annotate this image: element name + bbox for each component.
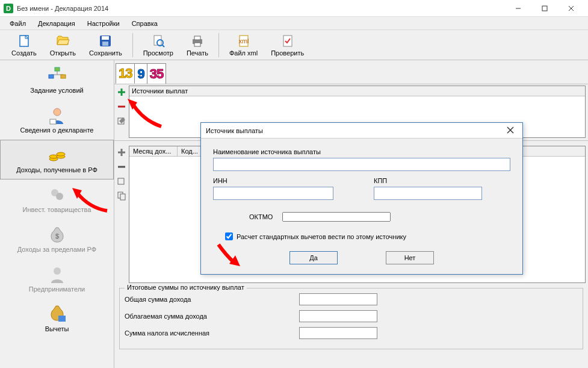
months-mini-toolbar	[114, 141, 129, 285]
dialog-yes-button[interactable]: Да	[289, 251, 338, 264]
sidebar-label: Сведения о декларанте	[20, 126, 94, 134]
svg-rect-14	[194, 43, 200, 46]
maximize-button[interactable]	[531, 0, 558, 17]
menu-settings[interactable]: Настройки	[82, 19, 125, 28]
totals-legend: Итоговые суммы по источнику выплат	[125, 284, 247, 291]
sidebar-conditions[interactable]: Задание условий	[0, 60, 114, 100]
coins-icon	[48, 146, 67, 165]
svg-rect-13	[194, 36, 200, 40]
conditions-icon	[48, 66, 67, 86]
tax-tab-13[interactable]: 13	[116, 63, 135, 84]
tax-calc-field[interactable]	[299, 327, 377, 339]
taxable-income-label: Облагаемая сумма дохода	[125, 313, 299, 320]
xml-file-icon: xml	[237, 34, 251, 48]
add-month-button[interactable]	[116, 147, 127, 158]
copy-month-button[interactable]	[116, 190, 127, 201]
xml-label: Файл xml	[229, 49, 258, 57]
svg-point-30	[56, 193, 63, 200]
remove-month-button[interactable]	[116, 161, 127, 172]
tax-tab-9[interactable]: 9	[134, 63, 147, 84]
sidebar-label: Доходы за пределами РФ	[17, 246, 96, 253]
annotation-arrow	[125, 96, 167, 133]
standard-deductions-label: Расчет стандартных вычетов вести по этом…	[237, 233, 406, 240]
separator	[218, 33, 219, 57]
print-button[interactable]: Печать	[180, 31, 215, 60]
separator	[132, 33, 133, 57]
check-label: Проверить	[271, 49, 304, 57]
col-month: Месяц дох...	[129, 146, 178, 156]
svg-text:$: $	[55, 232, 58, 240]
preview-button[interactable]: Просмотр	[137, 31, 180, 60]
sidebar-label: Задание условий	[30, 87, 83, 94]
svg-rect-1	[542, 6, 547, 11]
tax-calc-label: Сумма налога исчисленная	[125, 329, 299, 337]
invest-icon	[48, 186, 67, 205]
menu-help[interactable]: Справка	[127, 19, 162, 28]
sidebar-deductions[interactable]: Вычеты	[0, 299, 114, 338]
annotation-arrow	[71, 187, 113, 217]
preview-icon	[151, 34, 166, 48]
menu-declaration[interactable]: Декларация	[33, 19, 80, 28]
tax-13-label: 13	[119, 66, 132, 81]
kpp-label: КПП	[374, 177, 510, 184]
title-bar: D Без имени - Декларация 2014	[0, 0, 588, 17]
dialog-title-bar: Источник выплаты	[201, 123, 522, 139]
person-icon	[48, 106, 67, 125]
sidebar-income-foreign[interactable]: $ Доходы за пределами РФ	[0, 219, 114, 259]
svg-rect-8	[102, 42, 108, 46]
sidebar-income-rf[interactable]: Доходы, полученные в РФ	[0, 140, 114, 179]
inn-input[interactable]	[213, 187, 333, 200]
dialog-no-button[interactable]: Нет	[386, 251, 434, 264]
save-label: Сохранить	[89, 49, 122, 57]
total-income-label: Общая сумма дохода	[125, 296, 299, 303]
tax-tab-35[interactable]: 35	[147, 63, 166, 84]
save-button[interactable]: Сохранить	[82, 31, 129, 60]
open-button[interactable]: Открыть	[43, 31, 82, 60]
sidebar-declarant[interactable]: Сведения о декларанте	[0, 100, 114, 140]
svg-rect-18	[55, 67, 60, 71]
dialog-title-text: Источник выплаты	[206, 127, 263, 134]
svg-rect-43	[120, 194, 125, 200]
deductions-icon	[48, 305, 67, 324]
create-button[interactable]: Создать	[5, 31, 43, 60]
xml-button[interactable]: xml Файл xml	[223, 31, 264, 60]
dialog-close-button[interactable]	[503, 126, 518, 135]
payment-source-dialog: Источник выплаты Наименование источника …	[200, 122, 523, 275]
svg-rect-41	[118, 178, 124, 184]
save-icon	[98, 34, 113, 48]
new-doc-icon	[17, 34, 31, 48]
svg-rect-7	[102, 36, 109, 40]
menu-file[interactable]: Файл	[5, 19, 31, 28]
close-button[interactable]	[558, 0, 584, 17]
app-icon: D	[4, 4, 13, 13]
svg-point-28	[57, 152, 65, 156]
print-label: Печать	[187, 49, 208, 57]
open-label: Открыть	[50, 49, 76, 57]
sidebar-entrepreneurs[interactable]: Предприниматели	[0, 259, 114, 299]
edit-month-button[interactable]	[116, 176, 127, 187]
inn-label: ИНН	[213, 177, 350, 184]
svg-text:xml: xml	[238, 37, 249, 45]
source-name-input[interactable]	[213, 158, 510, 171]
oktmo-input[interactable]	[282, 212, 391, 222]
check-button[interactable]: Проверить	[264, 31, 311, 60]
svg-rect-21	[49, 75, 54, 78]
total-income-field[interactable]	[299, 293, 377, 305]
minimize-button[interactable]	[505, 0, 531, 17]
sidebar-label: Доходы, полученные в РФ	[16, 166, 97, 173]
svg-rect-24	[50, 119, 56, 124]
create-label: Создать	[11, 49, 37, 57]
svg-rect-33	[58, 316, 66, 322]
toolbar: Создать Открыть Сохранить Просмотр Печат…	[0, 30, 588, 60]
svg-rect-22	[61, 75, 66, 78]
kpp-input[interactable]	[374, 187, 482, 200]
source-name-label: Наименование источника выплаты	[213, 148, 510, 155]
preview-label: Просмотр	[143, 49, 173, 57]
sidebar-label: Вычеты	[45, 325, 69, 332]
annotation-arrow	[214, 240, 244, 270]
taxable-income-field[interactable]	[299, 310, 377, 322]
window-title: Без имени - Декларация 2014	[17, 5, 505, 12]
tax-rate-tabs: 13 9 35	[114, 60, 588, 84]
svg-point-23	[54, 108, 61, 116]
window-controls	[505, 0, 584, 17]
